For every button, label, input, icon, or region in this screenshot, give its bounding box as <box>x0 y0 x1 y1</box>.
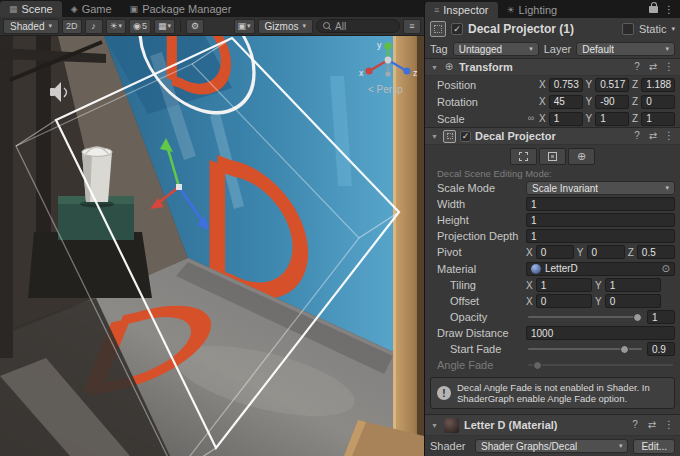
field-label: Angle Fade <box>437 359 523 371</box>
scale-z-field[interactable]: 1 <box>641 112 675 126</box>
menu-icon[interactable]: ⋮ <box>663 131 675 141</box>
camera-dropdown[interactable]: ▣ ▾ <box>234 19 255 34</box>
edit-scale-button[interactable] <box>510 148 537 165</box>
shading-mode-dropdown[interactable]: Shaded ▾ <box>3 19 59 34</box>
projection-depth-field[interactable]: 1 <box>526 229 675 243</box>
rotation-x-field[interactable]: 45 <box>549 95 583 109</box>
opacity-field[interactable]: 1 <box>647 310 675 324</box>
effects-dropdown[interactable]: ☀ ▾ <box>106 19 127 34</box>
scale-y-field[interactable]: 1 <box>595 112 629 126</box>
foldout-icon[interactable]: ▼ <box>430 422 439 429</box>
tab-menu-icon[interactable]: ⋮ <box>664 4 674 15</box>
opacity-slider[interactable] <box>526 310 644 324</box>
grid-dropdown[interactable]: ▦ ▾ <box>154 19 175 34</box>
tab-lighting[interactable]: ☀ Lighting <box>498 2 567 18</box>
pivot-z-field[interactable]: 0.5 <box>637 245 675 259</box>
preset-icon[interactable]: ⇄ <box>647 62 659 72</box>
component-enabled-checkbox[interactable]: ✓ <box>460 131 471 142</box>
help-icon[interactable]: ? <box>629 420 641 430</box>
position-row: Position X 0.753 Y 0.517 Z 1.188 <box>425 76 680 93</box>
field-label: Offset <box>437 295 523 307</box>
help-icon[interactable]: ? <box>631 131 643 141</box>
offset-y-field[interactable]: 0 <box>605 294 661 308</box>
height-field[interactable]: 1 <box>526 213 675 227</box>
field-label: Rotation <box>437 96 523 108</box>
tag-dropdown[interactable]: Untagged ▾ <box>453 42 539 56</box>
gameobject-name[interactable]: Decal Projector (1) <box>468 22 617 36</box>
axis-label: Y <box>586 79 593 90</box>
axis-label: Y <box>595 296 602 307</box>
tag-label: Tag <box>430 43 448 55</box>
warning-text: Decal Angle Fade is not enabled in Shade… <box>457 382 668 404</box>
edit-crop-button[interactable] <box>539 148 566 165</box>
link-icon[interactable]: ∞ <box>526 114 536 123</box>
field-label: Position <box>437 79 523 91</box>
component-tools-button[interactable]: ⚙ <box>186 19 204 34</box>
static-checkbox[interactable] <box>622 23 634 35</box>
menu-icon[interactable]: ⋮ <box>663 62 675 72</box>
tab-inspector[interactable]: ≡ Inspector <box>425 2 498 18</box>
shader-dropdown[interactable]: Shader Graphs/Decal ▾ <box>475 439 628 453</box>
scale-mode-dropdown[interactable]: Scale Invariant ▾ <box>526 181 675 195</box>
scene-search-input[interactable]: All <box>316 19 400 33</box>
rotation-y-field[interactable]: -90 <box>595 95 629 109</box>
help-icon[interactable]: ? <box>631 62 643 72</box>
transform-header[interactable]: ▼ ⊕ Transform ? ⇄ ⋮ <box>425 58 680 76</box>
tiling-y-field[interactable]: 1 <box>605 278 661 292</box>
position-z-field[interactable]: 1.188 <box>641 78 675 92</box>
pivot-x-field[interactable]: 0 <box>536 245 574 259</box>
gizmos-dropdown[interactable]: Gizmos ▾ <box>258 19 313 34</box>
scale-mode-row: Scale Mode Scale Invariant ▾ <box>425 180 680 196</box>
preset-icon[interactable]: ⇄ <box>646 420 658 430</box>
search-options-button[interactable]: ≡ <box>403 19 421 34</box>
lock-icon[interactable] <box>649 6 658 13</box>
position-y-field[interactable]: 0.517 <box>595 78 629 92</box>
offset-x-field[interactable]: 0 <box>536 294 592 308</box>
axis-label: X <box>539 79 546 90</box>
tab-scene[interactable]: ▦ Scene <box>0 1 62 17</box>
pivot-y-field[interactable]: 0 <box>587 245 625 259</box>
object-picker-icon[interactable]: ⊙ <box>662 264 670 274</box>
chevron-down-icon: ▾ <box>168 22 172 30</box>
preset-icon[interactable]: ⇄ <box>647 131 659 141</box>
chevron-down-icon: ▾ <box>247 22 251 30</box>
material-section-header[interactable]: ▼ Letter D (Material) ? ⇄ ⋮ <box>425 414 680 436</box>
foldout-icon[interactable]: ▼ <box>430 64 439 71</box>
decal-projector-header[interactable]: ▼ ✓ Decal Projector ? ⇄ ⋮ <box>425 127 680 145</box>
edit-pivot-button[interactable]: ⊕ <box>568 148 595 165</box>
tab-label: Game <box>82 3 112 15</box>
scale-row: Scale ∞ X 1 Y 1 Z 1 <box>425 110 680 127</box>
layer-dropdown[interactable]: Default ▾ <box>576 42 675 56</box>
tiling-x-field[interactable]: 1 <box>536 278 592 292</box>
static-dropdown-icon[interactable]: ▾ <box>671 25 675 33</box>
toolbar-separator <box>180 20 181 32</box>
chevron-down-icon: ▾ <box>48 22 52 30</box>
menu-icon[interactable]: ⋮ <box>663 420 675 430</box>
scene-visibility-toggle[interactable]: ◉ 5 <box>129 19 151 34</box>
scale-x-field[interactable]: 1 <box>549 112 583 126</box>
position-x-field[interactable]: 0.753 <box>549 78 583 92</box>
search-icon <box>323 22 331 30</box>
2d-toggle[interactable]: 2D <box>62 19 82 34</box>
start-fade-field[interactable]: 0.9 <box>647 342 675 356</box>
slider-thumb[interactable] <box>633 313 642 322</box>
field-label: Height <box>437 214 523 226</box>
tab-game[interactable]: ◈ Game <box>62 1 121 17</box>
gear-icon: ⚙ <box>191 21 199 31</box>
scene-viewport[interactable]: y x z < Persp <box>0 36 424 456</box>
tab-package-manager[interactable]: ▣ Package Manager <box>121 1 241 17</box>
foldout-icon[interactable]: ▼ <box>430 133 439 140</box>
shader-edit-button[interactable]: Edit... <box>633 439 675 454</box>
chevron-down-icon: ▾ <box>529 45 533 53</box>
slider-thumb[interactable] <box>620 345 629 354</box>
rotation-z-field[interactable]: 0 <box>641 95 675 109</box>
layer-label: Layer <box>544 43 572 55</box>
start-fade-slider[interactable] <box>526 342 644 356</box>
gameobject-icon <box>430 21 446 37</box>
width-field[interactable]: 1 <box>526 197 675 211</box>
active-checkbox[interactable]: ✓ <box>451 23 463 35</box>
material-object-field[interactable]: LetterD ⊙ <box>526 262 675 276</box>
axis-label: Y <box>586 113 593 124</box>
draw-distance-field[interactable]: 1000 <box>526 326 675 340</box>
audio-toggle[interactable]: ♪ <box>85 19 103 34</box>
